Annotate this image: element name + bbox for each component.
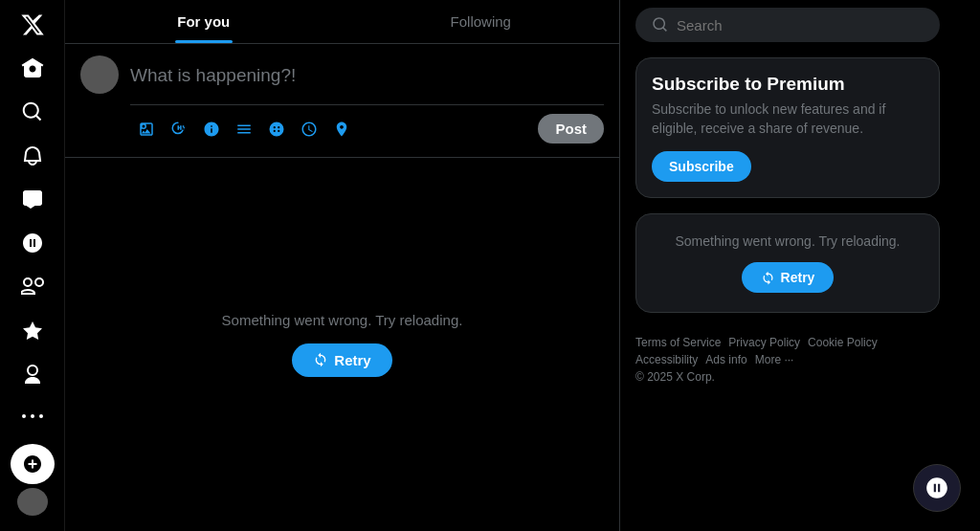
grok-compose-button[interactable] <box>11 444 55 484</box>
sidebar-item-communities[interactable] <box>11 267 55 307</box>
footer-terms[interactable]: Terms of Service <box>635 336 721 349</box>
footer-more[interactable]: More ··· <box>755 353 794 366</box>
premium-description: Subscribe to unlock new features and if … <box>652 100 924 138</box>
post-button[interactable]: Post <box>538 114 604 144</box>
compose-avatar <box>80 55 119 94</box>
sidebar-item-notifications[interactable] <box>11 136 55 176</box>
subscribe-button[interactable]: Subscribe <box>652 151 751 182</box>
footer-ads[interactable]: Ads info <box>705 353 746 366</box>
compose-right: What is happening?! <box>130 55 604 145</box>
sidebar <box>0 0 65 531</box>
schedule-tool[interactable] <box>293 113 325 145</box>
feed-tabs: For you Following <box>65 0 619 44</box>
search-bar[interactable] <box>635 8 940 42</box>
premium-card: Subscribe to Premium Subscribe to unlock… <box>635 57 940 198</box>
compose-toolbar: Post <box>130 104 604 145</box>
footer: Terms of Service Privacy Policy Cookie P… <box>635 328 940 391</box>
compose-placeholder[interactable]: What is happening?! <box>130 55 604 97</box>
main-retry-button[interactable]: Retry <box>292 343 391 377</box>
tab-for-you[interactable]: For you <box>65 0 343 43</box>
right-sidebar: Subscribe to Premium Subscribe to unlock… <box>620 0 955 531</box>
compose-area: What is happening?! <box>65 44 619 158</box>
premium-title: Subscribe to Premium <box>652 74 924 95</box>
x-logo[interactable] <box>13 8 52 42</box>
main-content: For you Following What is happening?! <box>65 0 620 531</box>
feed-error-area: Something went wrong. Try reloading. Ret… <box>65 158 619 531</box>
sidebar-item-more[interactable] <box>11 398 55 438</box>
sidebar-item-grok[interactable] <box>11 223 55 263</box>
footer-privacy[interactable]: Privacy Policy <box>728 336 800 349</box>
search-input[interactable] <box>677 17 924 33</box>
poll-tool[interactable] <box>195 113 228 145</box>
footer-copyright: © 2025 X Corp. <box>635 370 940 384</box>
sidebar-item-premium[interactable] <box>11 311 55 351</box>
sidebar-item-messages[interactable] <box>11 180 55 220</box>
search-icon <box>652 16 669 33</box>
main-error-text: Something went wrong. Try reloading. <box>222 312 463 328</box>
grok-fab-icon <box>924 476 949 500</box>
emoji-tool[interactable] <box>260 113 293 145</box>
footer-accessibility[interactable]: Accessibility <box>635 353 698 366</box>
footer-links: Terms of Service Privacy Policy Cookie P… <box>635 336 940 366</box>
trends-error-text: Something went wrong. Try reloading. <box>675 233 900 249</box>
retry-icon-sm <box>761 271 775 285</box>
sidebar-item-profile[interactable] <box>11 355 55 395</box>
trends-retry-button[interactable]: Retry <box>742 262 835 293</box>
sidebar-item-home[interactable] <box>11 48 55 88</box>
grok-fab-button[interactable] <box>913 464 961 512</box>
location-tool[interactable] <box>325 113 358 145</box>
gif-tool[interactable] <box>163 113 195 145</box>
trends-error-card: Something went wrong. Try reloading. Ret… <box>635 213 940 313</box>
list-tool[interactable] <box>228 113 260 145</box>
retry-icon <box>313 352 328 367</box>
user-avatar[interactable] <box>17 488 48 516</box>
footer-cookie[interactable]: Cookie Policy <box>808 336 878 349</box>
image-tool[interactable] <box>130 113 163 145</box>
tab-following[interactable]: Following <box>343 0 620 43</box>
sidebar-item-search[interactable] <box>11 92 55 132</box>
